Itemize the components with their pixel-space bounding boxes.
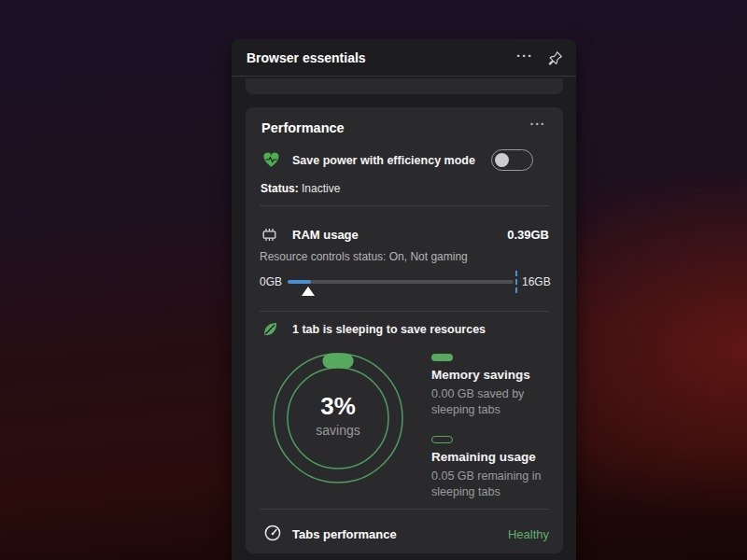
remaining-usage-desc: 0.05 GB remaining in sleeping tabs [431,469,557,500]
status-value: Inactive [299,182,341,195]
remaining-usage-legend: Remaining usage 0.05 GB remaining in sle… [431,436,557,500]
performance-title: Performance [261,120,345,135]
gauge-icon [263,524,282,542]
donut-center-text: 3% savings [263,392,413,438]
efficiency-mode-label: Save power with efficiency mode [292,154,475,167]
memory-savings-title: Memory savings [431,368,557,382]
card-divider [260,509,549,510]
efficiency-heart-icon [261,150,281,169]
efficiency-status: Status: Inactive [261,182,340,195]
tabs-performance-status: Healthy [508,527,549,541]
leaf-icon [261,320,279,338]
ram-slider-max-label: 16GB [522,275,551,288]
ram-limit-marker [515,271,517,293]
popup-header: Browser essentials ··· [232,39,576,77]
ram-slider-handle[interactable] [302,287,315,296]
status-label: Status: [261,182,299,195]
sleeping-tabs-header: 1 tab is sleeping to save resources [292,323,486,336]
pin-icon [546,50,563,67]
more-icon: ··· [516,48,533,63]
memory-savings-marker [431,354,453,361]
savings-donut-chart: 3% savings [263,343,413,493]
performance-more-button[interactable]: ··· [526,117,550,135]
ram-usage-value: 0.39GB [507,228,549,242]
remaining-usage-title: Remaining usage [431,450,557,464]
ram-slider-track[interactable] [288,280,514,284]
popup-pin-button[interactable] [543,48,566,70]
card-divider [260,205,549,206]
resource-controls-status: Resource controls status: On, Not gaming [260,250,468,263]
more-icon: ··· [530,117,546,132]
ram-chip-icon [261,226,278,244]
savings-percent: 3% [263,392,413,421]
ram-slider-min-label: 0GB [260,275,282,288]
toggle-knob [495,153,509,167]
ram-usage-label: RAM usage [292,228,359,242]
efficiency-mode-toggle[interactable] [491,149,533,171]
ram-slider-fill [288,280,311,284]
desktop-background: ✕ ··· [0,0,747,560]
performance-card: Performance ··· Save power with efficien… [246,107,563,553]
savings-caption: savings [263,423,413,438]
memory-savings-legend: Memory savings 0.00 GB saved by sleeping… [431,354,557,418]
remaining-usage-marker [431,436,453,443]
tabs-performance-label[interactable]: Tabs performance [292,527,397,541]
memory-savings-desc: 0.00 GB saved by sleeping tabs [431,386,557,418]
browser-essentials-popup: Browser essentials ··· Performance ··· [232,39,576,560]
popup-more-button[interactable]: ··· [512,48,538,68]
card-divider [260,311,549,312]
popup-title: Browser essentials [247,50,366,65]
previous-card-partial [246,78,563,94]
